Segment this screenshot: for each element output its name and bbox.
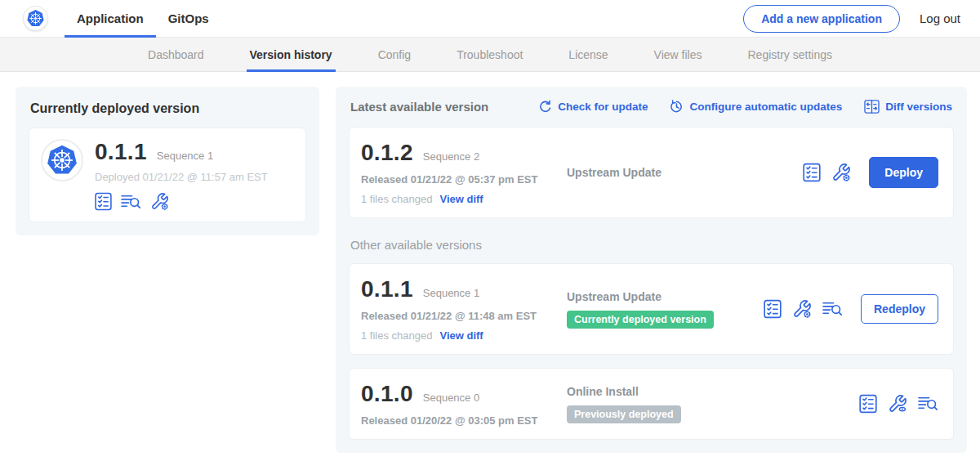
sequence-label: Sequence 1: [423, 287, 479, 299]
tab-gitops[interactable]: GitOps: [156, 0, 221, 38]
version-number: 0.1.1: [361, 276, 413, 302]
files-changed-label: 1 files changed: [361, 329, 432, 342]
view-diff-link[interactable]: View diff: [439, 329, 483, 342]
deployed-version-number: 0.1.1: [95, 139, 147, 165]
tab-application-label: Application: [77, 11, 144, 25]
subnav-item-view-files[interactable]: View files: [654, 38, 702, 72]
subnav-item-troubleshoot[interactable]: Troubleshoot: [457, 38, 523, 72]
preflight-checklist-icon[interactable]: [859, 394, 877, 414]
configure-automatic-updates-label: Configure automatic updates: [689, 101, 842, 113]
version-info: 0.1.0 Sequence 0 Released 01/20/22 @ 03:…: [361, 381, 567, 427]
sequence-label: Sequence 2: [423, 150, 479, 163]
version-source: Online Install Previously deployed: [567, 385, 859, 423]
tab-gitops-label: GitOps: [168, 11, 209, 25]
currently-deployed-title: Currently deployed version: [30, 101, 306, 116]
subnav-label: Dashboard: [148, 48, 204, 61]
subnav-label: Registry settings: [748, 48, 832, 61]
subnav-label: License: [568, 48, 608, 61]
version-actions: [859, 394, 942, 414]
view-logs-icon[interactable]: [822, 301, 843, 317]
deployed-timestamp: Deployed 01/21/22 @ 11:57 am EST: [95, 171, 268, 183]
version-actions: Deploy: [803, 157, 942, 188]
other-versions-label: Other available versions: [350, 238, 952, 252]
subnav-label: Version history: [250, 48, 332, 61]
version-card-0-1-1: 0.1.1 Sequence 1 Released 01/21/22 @ 11:…: [349, 263, 954, 355]
currently-deployed-badge: Currently deployed version: [567, 311, 714, 329]
refresh-icon: [538, 100, 552, 114]
deployed-actions: [95, 192, 268, 211]
files-changed-label: 1 files changed: [361, 193, 432, 205]
schedule-clock-icon: [670, 100, 684, 114]
configure-automatic-updates-link[interactable]: Configure automatic updates: [670, 100, 842, 114]
tab-application[interactable]: Application: [65, 0, 156, 38]
view-logs-icon[interactable]: [121, 194, 141, 210]
preflight-checklist-icon[interactable]: [764, 299, 782, 319]
released-timestamp: Released 01/21/22 @ 11:48 am EST: [361, 310, 567, 322]
source-label: Upstream Update: [567, 166, 795, 179]
deploy-button[interactable]: Deploy: [869, 157, 938, 188]
sequence-label: Sequence 0: [423, 392, 479, 404]
version-row: 0.1.2 Sequence 2: [361, 140, 567, 166]
deployed-version-row: 0.1.1 Sequence 1: [95, 139, 268, 165]
version-info: 0.1.2 Sequence 2 Released 01/21/22 @ 05:…: [361, 140, 567, 205]
deployed-sequence-label: Sequence 1: [157, 150, 213, 162]
app-page: Application GitOps Add a new application…: [0, 0, 980, 461]
source-label: Upstream Update: [567, 290, 755, 303]
version-card-0-1-2: 0.1.2 Sequence 2 Released 01/21/22 @ 05:…: [349, 127, 954, 218]
view-logs-icon[interactable]: [918, 396, 938, 412]
config-wrench-gear-icon[interactable]: [150, 192, 169, 211]
version-row: 0.1.0 Sequence 0: [361, 381, 567, 407]
check-for-update-label: Check for update: [558, 101, 648, 113]
version-info: 0.1.1 Sequence 1 Released 01/21/22 @ 11:…: [361, 276, 567, 342]
config-wrench-gear-icon[interactable]: [792, 299, 812, 319]
add-new-application-button[interactable]: Add a new application: [743, 5, 900, 33]
diff-versions-label: Diff versions: [885, 101, 952, 113]
top-bar: Application GitOps Add a new application…: [0, 0, 980, 38]
redeploy-button[interactable]: Redeploy: [861, 294, 938, 324]
latest-version-header: Latest available version Check for updat…: [350, 100, 952, 114]
subnav-item-config[interactable]: Config: [378, 38, 411, 72]
released-timestamp: Released 01/20/22 @ 03:05 pm EST: [361, 414, 567, 427]
deployed-version-info: 0.1.1 Sequence 1 Deployed 01/21/22 @ 11:…: [95, 139, 268, 211]
version-source: Upstream Update: [567, 166, 803, 179]
subnav-label: Troubleshoot: [457, 48, 523, 61]
version-history-panel: Latest available version Check for updat…: [336, 87, 967, 453]
app-subnav: Dashboard Version history Config Trouble…: [0, 38, 980, 72]
subnav-item-version-history[interactable]: Version history: [250, 38, 332, 72]
released-timestamp: Released 01/21/22 @ 05:37 pm EST: [361, 173, 567, 186]
app-kubernetes-logo-icon: [41, 139, 83, 181]
view-diff-link[interactable]: View diff: [439, 193, 483, 205]
diff-columns-icon: [864, 100, 880, 114]
version-actions: Redeploy: [764, 294, 942, 324]
previously-deployed-badge: Previously deployed: [567, 405, 681, 423]
preflight-checklist-icon[interactable]: [803, 163, 821, 182]
subnav-label: Config: [378, 48, 411, 61]
version-number: 0.1.0: [361, 381, 413, 407]
files-changed-row: 1 files changed View diff: [361, 193, 567, 205]
latest-version-title: Latest available version: [350, 100, 488, 114]
check-for-update-link[interactable]: Check for update: [538, 100, 648, 114]
subnav-item-registry-settings[interactable]: Registry settings: [748, 38, 832, 72]
subnav-item-license[interactable]: License: [568, 38, 608, 72]
version-source: Upstream Update Currently deployed versi…: [567, 290, 764, 329]
version-card-0-1-0: 0.1.0 Sequence 0 Released 01/20/22 @ 03:…: [349, 368, 954, 440]
version-history-actions: Check for update Configure automatic upd…: [538, 100, 952, 114]
subnav-item-dashboard[interactable]: Dashboard: [148, 38, 204, 72]
version-row: 0.1.1 Sequence 1: [361, 276, 567, 302]
currently-deployed-panel: Currently deployed version: [16, 87, 319, 235]
files-changed-row: 1 files changed View diff: [361, 329, 567, 342]
main-content: Currently deployed version: [0, 72, 980, 453]
preflight-checklist-icon[interactable]: [95, 192, 112, 211]
kubernetes-logo-icon: [23, 6, 48, 31]
logout-button[interactable]: Log out: [920, 11, 960, 25]
subnav-label: View files: [654, 48, 702, 61]
diff-versions-link[interactable]: Diff versions: [864, 100, 952, 114]
version-number: 0.1.2: [361, 140, 413, 166]
currently-deployed-card: 0.1.1 Sequence 1 Deployed 01/21/22 @ 11:…: [29, 128, 306, 222]
config-wrench-gear-icon[interactable]: [831, 163, 851, 182]
source-label: Online Install: [567, 385, 851, 398]
config-wrench-eye-icon[interactable]: [888, 394, 907, 414]
